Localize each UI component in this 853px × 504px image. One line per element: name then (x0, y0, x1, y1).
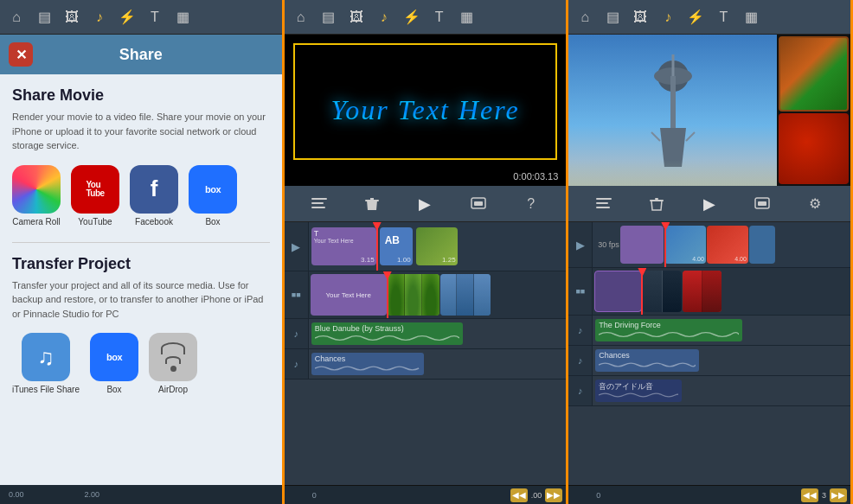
svg-rect-2 (311, 207, 325, 208)
text-icon-2[interactable]: T (430, 8, 449, 27)
play-button-1[interactable]: ▶ (412, 191, 438, 217)
red-clip[interactable]: 4.00 (707, 226, 748, 264)
bolt-icon-3[interactable]: ⚡ (686, 8, 705, 27)
space-needle-preview (568, 35, 777, 186)
layers-icon-2[interactable]: ▤ (319, 8, 338, 27)
image-icon-3[interactable]: 🖼 (631, 8, 650, 27)
main-dark-clip[interactable] (643, 271, 682, 312)
align-left-button-2[interactable] (591, 191, 617, 217)
purple-clip[interactable] (620, 226, 664, 264)
audio-wave-3[interactable]: The Driving Force (595, 319, 742, 341)
ab-clip[interactable]: AB 1.00 (380, 227, 413, 265)
audio-header-3: ♪ (568, 316, 593, 345)
music-icon[interactable]: ♪ (90, 8, 109, 27)
clip-type-icon: T (314, 229, 319, 238)
grid-icon-2[interactable]: ▦ (458, 8, 477, 27)
audio-track-2: ♪ Chances (285, 349, 567, 380)
title-clip[interactable]: T Your Text Here 3.15 (311, 227, 376, 265)
main-title-clip[interactable]: Your Text Here (311, 274, 387, 316)
box2-item[interactable]: box Box (90, 333, 138, 394)
image-icon-2[interactable]: 🖼 (347, 8, 366, 27)
box-label: Box (205, 217, 220, 226)
audio-wave-5[interactable]: 音のアイドル音 (595, 380, 682, 402)
play-button-2[interactable]: ▶ (696, 191, 722, 217)
align-left-button[interactable] (306, 191, 332, 217)
main-track-icon: ■■ (292, 290, 301, 299)
itunes-label: iTunes File Share (12, 385, 80, 394)
audio-track-5: ♪ 音のアイドル音 (568, 376, 850, 406)
image-icon[interactable]: 🖼 (62, 8, 81, 27)
facebook-icon: f (130, 165, 178, 214)
layers-icon[interactable]: ▤ (35, 8, 54, 27)
home-icon-3[interactable]: ⌂ (575, 8, 594, 27)
home-icon[interactable]: ⌂ (7, 8, 26, 27)
bolt-icon-2[interactable]: ⚡ (402, 8, 421, 27)
text-icon-3[interactable]: T (714, 8, 733, 27)
extra-clip[interactable] (749, 226, 775, 264)
video-clip-1[interactable]: 1.25 (416, 227, 458, 265)
main-video-clip-2[interactable] (440, 274, 491, 316)
audio-wave-1[interactable]: Blue Danube (by Strauss) (311, 322, 463, 345)
editor-panel-2: ⌂ ▤ 🖼 ♪ ⚡ T ▦ 0 (568, 0, 853, 504)
layers-icon-3[interactable]: ▤ (603, 8, 622, 27)
main-red-clip[interactable] (683, 271, 722, 312)
svg-rect-13 (596, 198, 612, 200)
delete-button[interactable] (359, 191, 385, 217)
audio-wave-4[interactable]: Chances (595, 349, 699, 372)
thumb-1 (779, 36, 849, 112)
grid-icon-3[interactable]: ▦ (741, 8, 760, 27)
share-apps-row: Camera Roll YouTube YouTube f Facebook b… (12, 165, 270, 226)
close-button[interactable]: ✕ (9, 42, 33, 67)
itunes-icon: ♫ (22, 333, 70, 381)
export-button[interactable] (465, 191, 491, 217)
audio-content-5: 音のアイドル音 (593, 376, 850, 405)
music-icon-3[interactable]: ♪ (658, 8, 677, 27)
itunes-item[interactable]: ♫ iTunes File Share (12, 333, 80, 394)
transfer-desc: Transfer your project and all of its sou… (12, 278, 270, 322)
share-panel: ⌂ ▤ 🖼 ♪ ⚡ T ▦ ✕ Share Share Movie Render… (0, 0, 285, 504)
ruler-nav-right-1[interactable]: ▶▶ (545, 488, 562, 502)
bolt-icon[interactable]: ⚡ (118, 8, 137, 27)
facebook-item[interactable]: f Facebook (130, 165, 178, 226)
neon-text: Your Text Here (330, 94, 519, 126)
delete-button-2[interactable] (644, 191, 670, 217)
box-item[interactable]: box Box (189, 165, 237, 226)
grid-icon[interactable]: ▦ (173, 8, 192, 27)
ruler-nav-left-2[interactable]: ◀◀ (801, 488, 818, 502)
track-icon-3: ▶ (576, 239, 585, 252)
export-button-2[interactable] (749, 191, 775, 217)
music-icon-2[interactable]: ♪ (375, 8, 394, 27)
main-track-header: ■■ (285, 271, 309, 318)
ruler-nav-left-1[interactable]: ◀◀ (510, 488, 528, 502)
text-icon[interactable]: T (145, 8, 164, 27)
camera-roll-item[interactable]: Camera Roll (12, 165, 61, 226)
playhead-upper-2 (664, 222, 666, 267)
main-video-clip-1[interactable] (388, 274, 439, 316)
share-content: Share Movie Render your movie to a video… (0, 74, 282, 485)
timeline-ruler-2: 0 ◀◀ 3 ▶▶ (568, 485, 850, 504)
youtube-item[interactable]: YouTube YouTube (71, 165, 119, 226)
main-track-2: ■■ (568, 268, 850, 316)
audio-header-5: ♪ (568, 376, 593, 405)
airdrop-item[interactable]: AirDrop (149, 333, 197, 394)
gear-button[interactable]: ⚙ (802, 191, 828, 217)
share-title: Share (119, 46, 163, 64)
waveform-3 (599, 329, 739, 341)
video-preview-1: Your Text Here 0:00:03.13 (285, 35, 567, 186)
audio-icon-5: ♪ (578, 386, 583, 396)
audio-content-2: Chances (309, 349, 567, 379)
ruler-nav-right-2[interactable]: ▶▶ (830, 488, 847, 502)
svg-rect-3 (365, 200, 379, 201)
airdrop-icon (149, 333, 197, 381)
audio-label-5: 音のアイドル音 (599, 381, 653, 392)
timeline-1: ▶ T Your Text Here 3.15 AB 1.00 1.25 (285, 222, 567, 485)
home-icon-2[interactable]: ⌂ (292, 8, 311, 27)
audio-icon-1: ♪ (293, 329, 298, 339)
waveform-1 (315, 332, 459, 344)
audio-wave-2[interactable]: Chances (311, 353, 424, 375)
help-button[interactable]: ? (518, 191, 544, 217)
space-needle-svg (647, 54, 699, 167)
main-purple-clip[interactable] (594, 271, 642, 312)
needle-clip[interactable]: 4.00 (664, 226, 706, 264)
waveform-2 (315, 362, 420, 374)
